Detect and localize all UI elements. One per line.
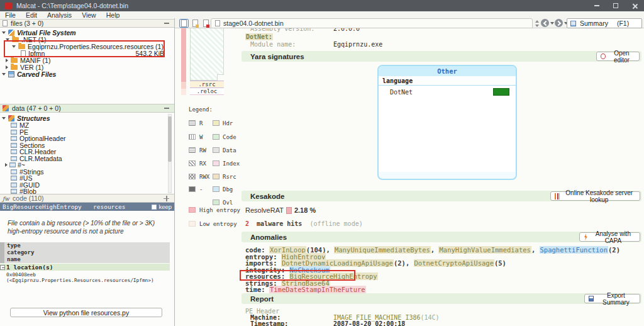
high-entropy-swatch	[189, 207, 196, 213]
file-close-icon[interactable]	[201, 19, 211, 28]
chevron-right-icon	[6, 65, 8, 69]
tree-item-carved-files[interactable]: Carved Files	[2, 70, 56, 78]
export-summary-button[interactable]: Export Summary	[584, 294, 640, 303]
section-map-text[interactable]	[190, 26, 224, 81]
timestamp-value: 2087-08-20 02:00:18	[333, 320, 405, 326]
file-icon	[181, 20, 187, 27]
entropy-strip-mid[interactable]	[181, 82, 186, 89]
tab-label: stage04.0-dotnet.bin	[223, 20, 284, 27]
anomaly-tag[interactable]: DotnetCryptoApiUsage	[414, 259, 494, 267]
file-size-label: 543.2 KiB	[135, 50, 164, 57]
lightning-icon	[584, 233, 588, 240]
back-history-caret-icon[interactable]	[550, 22, 554, 25]
low-entropy-label: Low entropy	[199, 221, 237, 227]
anomaly-tag[interactable]: TimeDateStampInTheFuture	[269, 286, 366, 293]
rule-selected-row[interactable]: BigResourceHighEntropy resources keep	[0, 203, 174, 211]
file-icon	[215, 20, 220, 26]
locations-header-row[interactable]: 1 location(s)	[0, 264, 170, 271]
match-percentage-bar	[286, 207, 292, 214]
rule-name: BigResourceHighEntropy	[3, 203, 82, 210]
chevron-down-icon	[2, 73, 6, 76]
structure-icon	[11, 130, 17, 135]
pattern-none-swatch	[189, 186, 196, 192]
color-data-swatch	[213, 147, 219, 153]
keep-label: keep	[158, 203, 172, 210]
field-label: type	[7, 242, 21, 249]
kesakode-match-name: ResolveRAT	[245, 206, 284, 214]
open-editor-button[interactable]: Open editor	[596, 52, 640, 61]
export-icon	[589, 296, 594, 301]
summary-view-icon	[570, 21, 576, 26]
data-icon	[3, 105, 9, 111]
machine-paren: (14C)	[420, 314, 439, 321]
file-icon	[21, 50, 26, 57]
view-selector-dropdown[interactable]: Summary (F1)	[567, 18, 642, 28]
legend-perm-label: RWX	[199, 174, 209, 180]
location-entry[interactable]: 0x00408eeb (<Egqiprnzu.Properties.Resour…	[6, 272, 174, 283]
yara-section-title: Yara signatures	[250, 53, 304, 60]
folder-icon	[12, 37, 19, 42]
data-scrollbar-thumb[interactable]	[168, 116, 172, 162]
file-view-icon[interactable]	[179, 19, 189, 28]
yara-box-title: Other	[379, 66, 516, 76]
field-row-name[interactable]: name	[0, 256, 170, 263]
kesakode-match-row[interactable]: ResolveRAT 2.18 %	[245, 206, 316, 214]
functions-icon	[3, 194, 9, 202]
timestamp-label: Timestamp:	[250, 320, 288, 326]
color-hdr-swatch	[213, 120, 219, 126]
anomaly-sep: (5)	[494, 259, 506, 267]
legend-type-label: Code	[223, 134, 236, 140]
navigate-back-button[interactable]	[541, 19, 549, 27]
anomaly-tag[interactable]: SpaghettiFunction	[540, 246, 608, 254]
anomaly-sep: (2),	[394, 259, 414, 267]
anomaly-sep: ,	[431, 246, 439, 254]
minimize-button[interactable]	[587, 0, 606, 11]
kesakode-lookup-button[interactable]: Online Kesakode server lookup	[550, 191, 640, 201]
sort-tabs-icon[interactable]	[535, 20, 540, 27]
section-map-reloc[interactable]: .reloc	[190, 88, 224, 95]
analyse-capa-button[interactable]: Analyse with CAPA	[579, 232, 640, 242]
add-rule-icon[interactable]	[164, 196, 169, 201]
tab-stage04-dotnet[interactable]: stage04.0-dotnet.bin	[211, 18, 533, 28]
pattern-write-swatch	[189, 134, 196, 140]
color-code-swatch	[213, 134, 219, 140]
structure-icon	[11, 123, 17, 128]
file-modified-icon[interactable]	[191, 19, 200, 28]
anomaly-tag[interactable]: ManyUniqueImmediateBytes	[334, 246, 431, 254]
kesakode-match-pct: 2.18 %	[294, 206, 316, 214]
high-entropy-label: High entropy	[199, 207, 240, 213]
yara-match-row[interactable]: DotNet	[379, 86, 516, 98]
rule-description: File contain a big resource (> 10% of th…	[8, 219, 166, 235]
left-panel: files (3 + 0) Virtual File System .NET (…	[0, 18, 175, 326]
title-bar: Malcat - C:\Temp\stage04.0-dotnet.bin	[0, 0, 644, 11]
close-button[interactable]	[625, 0, 644, 11]
maximize-button[interactable]	[606, 0, 625, 11]
pattern-readexec-swatch	[189, 160, 196, 166]
module-name-label: Module name:	[250, 41, 296, 48]
collapse-data-icon[interactable]	[164, 108, 169, 109]
section-map-rsrc[interactable]: .rsrc	[190, 81, 224, 88]
field-label: name	[7, 256, 21, 262]
anomaly-tag[interactable]: ManyHighValueImmediates	[438, 246, 531, 254]
navigate-forward-button[interactable]	[555, 19, 563, 27]
legend-perm-label: -	[199, 186, 203, 193]
kesakode-lookup-label: Online Kesakode server lookup	[562, 189, 636, 203]
collapse-files-icon[interactable]	[164, 23, 169, 24]
color-index-swatch	[213, 160, 219, 166]
files-panel-title: files (3 + 0)	[11, 20, 43, 27]
color-ovl-swatch	[213, 200, 219, 205]
view-selector-hotkey: (F1)	[617, 20, 629, 27]
entropy-strip-low[interactable]	[181, 89, 186, 95]
report-section-header: Report	[242, 293, 641, 304]
entropy-strip-high[interactable]	[181, 26, 186, 82]
collapse-expander-icon[interactable]	[0, 265, 5, 270]
code-panel-header: code (110)	[0, 194, 174, 203]
view-python-button[interactable]: View python file resources.py	[10, 308, 162, 317]
folder-icon	[11, 58, 18, 63]
field-row-category[interactable]: category	[0, 249, 170, 256]
legend-perm-label: R	[199, 120, 203, 126]
keep-checkbox[interactable]	[152, 205, 157, 210]
pattern-rwx-swatch	[189, 174, 196, 179]
chevron-down-icon	[2, 31, 6, 34]
field-row-type[interactable]: type	[0, 242, 170, 249]
